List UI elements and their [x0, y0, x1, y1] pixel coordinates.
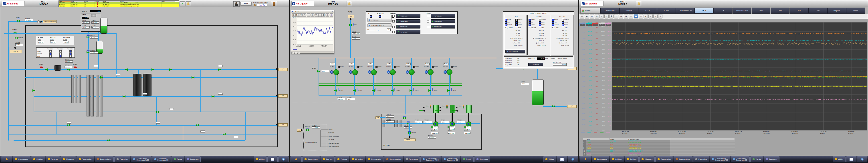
taskbar-window-button[interactable] — [268, 156, 278, 162]
valve-icon[interactable] — [13, 32, 17, 34]
taskbar-item-2k-system[interactable]: 2K system — [350, 156, 365, 162]
vlp-enable-button[interactable]: ✔VLP5 Enable — [431, 14, 455, 18]
popup-tool-zoom-x-icon[interactable]: ↔ — [307, 13, 310, 17]
pump-temp-readout[interactable]: 83.6 C — [330, 62, 335, 65]
vlp-available-checkbox[interactable] — [427, 15, 429, 17]
readout-gt4308[interactable]: GT4308173.5 K — [16, 42, 23, 46]
ads-checkbox[interactable] — [59, 55, 62, 57]
taskbar-item-compressors[interactable]: Compressors — [592, 156, 609, 162]
tab-pt-wcs[interactable]: PT WCS — [657, 7, 676, 13]
valve-icon[interactable] — [552, 105, 555, 108]
vlp-available-checkbox[interactable] — [393, 26, 395, 28]
tab-t-3560[interactable]: T 3560 — [771, 7, 789, 13]
pump-temp-readout[interactable]: 84.3 C — [406, 62, 411, 65]
popup-tool-pause-icon[interactable]: ▮▮ — [330, 13, 333, 17]
taskbar-item-sequences[interactable]: Sequences — [185, 156, 201, 162]
surge-ccs-button[interactable]: Surge CCs — [528, 63, 543, 66]
vlp-enable-button[interactable]: ✔VLP6 Enable — [431, 19, 455, 23]
ack-alarm-button[interactable]: ✔ — [180, 1, 185, 6]
taskbar-item-commands-sequences-wcs[interactable]: Commands Sequences WCS — [421, 156, 441, 162]
trend-tool-export-icon[interactable]: ▤ — [580, 14, 584, 19]
readout-cv3530[interactable]: CV353060.1 % — [90, 35, 98, 38]
vacuum-pump-icon[interactable] — [352, 69, 358, 75]
vacuum-pump-icon[interactable] — [409, 69, 415, 75]
taskbar-item-commands-sequences-wcs[interactable]: Commands Sequences WCS — [131, 156, 151, 162]
taskbar-info-button[interactable]: i — [278, 156, 288, 162]
trends-button[interactable]: Trends — [580, 7, 600, 13]
trend-tool-zoom-out-icon[interactable]: ⊖ — [590, 14, 594, 19]
readout-tt3210[interactable]: TT32108.2 K — [457, 119, 465, 123]
vacuum-pump-icon[interactable] — [447, 69, 453, 75]
tab-regeneration[interactable]: REGENERATION — [733, 7, 751, 13]
legend-row[interactable]: 8ST357019934/29/2025 12:52:49 PM — [583, 146, 735, 148]
tab-t-3590[interactable]: T 3590 — [808, 7, 827, 13]
pvps-reset-button[interactable]: PVPS Reset — [368, 18, 392, 22]
ads-checkbox[interactable] — [69, 50, 72, 53]
cc-hz-readout[interactable]: 335 Hz — [466, 128, 471, 130]
water-motor-icon[interactable] — [466, 105, 472, 113]
taskbar-item-trends[interactable]: Trends — [172, 156, 184, 162]
taskbar-item-cold-box[interactable]: Cold box — [610, 156, 624, 162]
readout-tt3250[interactable]: TT325069.6 K — [386, 119, 394, 123]
popup-titlebar[interactable]: ⚑LT5300× — [291, 10, 334, 13]
tab-2k[interactable]: 2K — [714, 7, 733, 13]
tab-pt-cb[interactable]: PT CB — [638, 7, 657, 13]
trend-tool-zoom-time-icon[interactable]: ◴ — [604, 14, 609, 19]
legend-row[interactable]: 11EH348467.00 [L]4/29/2025 12:53:06 PM [… — [583, 151, 735, 153]
pump-temp-readout[interactable]: 87.8 C — [368, 62, 373, 65]
trend-tool-link-icon[interactable]: ∞ — [648, 14, 653, 19]
tab-cb-4k[interactable]: CB 4K — [695, 7, 714, 13]
taskbar-item-commands-sequences-wcs[interactable]: Commands Sequences WCS — [710, 156, 730, 162]
axis-chip--[interactable]: % — [586, 23, 592, 26]
legend-row[interactable]: 9ST359015394/29/2025 12:53:28 PM — [583, 148, 735, 150]
cc-pct-readout[interactable]: 100.0 % — [433, 126, 438, 128]
taskbar-item-regeneration[interactable]: Regeneration — [76, 156, 94, 162]
popup-status-clock-icon[interactable]: ◴ — [298, 52, 300, 54]
taskbar-item-documentation[interactable]: Documentation — [95, 156, 114, 162]
taskbar-item-compressors[interactable]: Compressors — [302, 156, 320, 162]
pump-motor-icon[interactable]: M — [387, 71, 390, 74]
alarm-horn-button[interactable] — [347, 1, 352, 6]
vlp-available-checkbox[interactable] — [393, 15, 395, 17]
taskbar-item-documentation[interactable]: Documentation — [674, 156, 692, 162]
pump-temp-readout[interactable]: 80.5 C — [387, 62, 392, 65]
taskbar-item-regeneration[interactable]: Regeneration — [366, 156, 383, 162]
ads-checkbox[interactable] — [59, 50, 62, 53]
taskbar-item-regeneration[interactable]: Regeneration — [655, 156, 673, 162]
water-motor-icon[interactable] — [433, 105, 439, 113]
vlp-available-checkbox[interactable] — [427, 20, 429, 23]
readout-tt2301[interactable]: TT230122.3 C — [347, 97, 355, 100]
adsorber-vessel-1[interactable] — [133, 74, 142, 97]
popup-tool-zoom-in-icon[interactable]: ⊕ — [303, 13, 306, 17]
taskbar-item-trends[interactable]: Trends — [750, 156, 763, 162]
tab-t-3530[interactable]: T 3530 — [752, 7, 770, 13]
adsorber-a3520[interactable] — [54, 65, 61, 71]
legend-row[interactable]: 7ST356035804/28/2025 12:52:51 PM — [583, 145, 735, 146]
taskbar-info-button[interactable]: i — [568, 156, 578, 162]
taskbar-info-button[interactable]: i — [857, 156, 867, 162]
axis-chip-p-bis[interactable]: P bis — [605, 23, 611, 26]
cc-fdt-readout[interactable]: 68.1 mbar — [464, 132, 471, 134]
axis-chip--bis[interactable]: % bis — [599, 23, 605, 26]
trend-tool-clock-icon[interactable]: ◴ — [629, 14, 633, 19]
phase-separator-vessel[interactable] — [100, 18, 107, 34]
ads-checkbox[interactable] — [50, 50, 52, 53]
pump-temp-readout[interactable]: 85.2 C — [443, 62, 448, 65]
trend-tool-zoom-x-icon[interactable]: ↔ — [599, 14, 604, 19]
cc-fdt-readout[interactable]: 292.3 mbar — [447, 132, 455, 134]
taskbar-item-sequences[interactable]: Sequences — [764, 156, 780, 162]
popup-tool-play-icon[interactable]: ▶ — [296, 13, 299, 17]
trend-tool-zoom-in-icon[interactable]: ⊕ — [595, 14, 599, 19]
tab-vacuum[interactable]: VACUUM — [619, 7, 638, 13]
mecos-reset-button[interactable]: MECOS Reset — [505, 50, 525, 53]
trend-tool-pause-icon[interactable]: ▮▮ — [634, 14, 638, 19]
readout-lt3288[interactable]: LT328862.1 % — [521, 81, 529, 85]
trend-tool-note-icon[interactable]: N — [653, 14, 657, 19]
vacuum-pump-icon[interactable] — [371, 69, 377, 75]
pump-motor-icon[interactable]: M — [425, 71, 428, 74]
hide-tag-button[interactable]: Hide Tag — [257, 4, 267, 6]
alarm-horn-button[interactable] — [636, 1, 641, 6]
nb-pumps-value[interactable]: 7 — [387, 28, 391, 31]
taskbar-item-commands-sequences-cb[interactable]: Commands Sequences CB — [731, 156, 750, 162]
vlp-enable-button[interactable]: ✔VLP4 Enable — [396, 30, 421, 34]
